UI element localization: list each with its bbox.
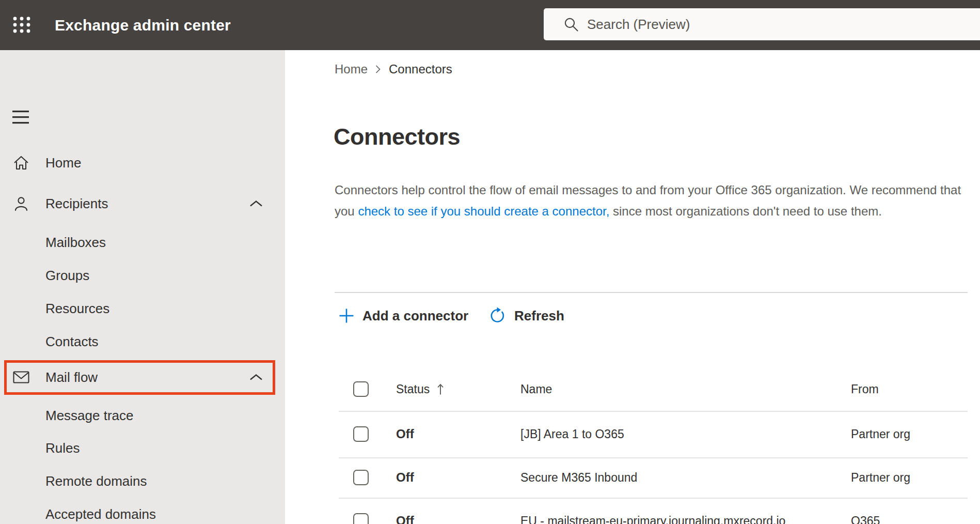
waffle-icon — [11, 14, 32, 35]
cell-name: Secure M365 Inbound — [520, 471, 637, 485]
sidebar-item-message-trace[interactable]: Message trace — [0, 399, 285, 432]
sidebar-item-label: Recipients — [45, 196, 108, 212]
cell-status: Off — [396, 427, 414, 441]
refresh-label: Refresh — [514, 308, 564, 324]
sort-ascending-icon — [436, 382, 445, 395]
sidebar-nav: Home Recipients Mailboxes Groups Resourc… — [0, 50, 285, 524]
sidebar-item-remote-domains[interactable]: Remote domains — [0, 465, 285, 498]
chevron-up-icon[interactable] — [249, 200, 263, 208]
table-header-row: Status Name From — [335, 367, 968, 411]
table-row[interactable]: Off Secure M365 Inbound Partner org — [335, 457, 968, 498]
annotation-box-mail-flow — [4, 360, 275, 395]
cell-from: Partner org — [851, 471, 910, 485]
nav-collapse-button[interactable] — [10, 108, 31, 128]
refresh-button[interactable]: Refresh — [488, 300, 564, 332]
main-content: Home Connectors Connectors Connectors he… — [285, 50, 980, 524]
sidebar-item-groups[interactable]: Groups — [0, 259, 285, 292]
cell-status: Off — [396, 470, 414, 485]
sidebar-item-recipients[interactable]: Recipients — [0, 187, 285, 220]
app-launcher-button[interactable] — [8, 13, 35, 37]
sidebar-item-home[interactable]: Home — [0, 146, 285, 179]
sidebar-item-label: Home — [45, 155, 81, 171]
sidebar-item-accepted-domains[interactable]: Accepted domains — [0, 498, 285, 524]
column-header-status[interactable]: Status — [396, 382, 445, 396]
row-checkbox[interactable] — [353, 470, 369, 485]
cell-from: Partner org — [851, 427, 910, 441]
sidebar-item-label: Contacts — [45, 334, 99, 350]
page-description: Connectors help control the flow of emai… — [335, 179, 975, 222]
row-checkbox[interactable] — [353, 426, 369, 442]
sidebar-item-resources[interactable]: Resources — [0, 292, 285, 325]
sidebar-item-label: Groups — [45, 268, 89, 284]
sidebar-item-label: Message trace — [45, 408, 134, 424]
search-input[interactable] — [587, 8, 969, 40]
page-title: Connectors — [334, 124, 460, 150]
cell-from: O365 — [851, 514, 880, 524]
breadcrumb: Home Connectors — [335, 62, 452, 76]
cell-name: [JB] Area 1 to O365 — [520, 427, 624, 441]
breadcrumb-current: Connectors — [389, 62, 452, 76]
search-icon — [563, 17, 579, 32]
column-header-name[interactable]: Name — [520, 382, 552, 396]
plus-icon — [339, 308, 354, 323]
sidebar-item-label: Resources — [45, 301, 109, 317]
app-title: Exchange admin center — [55, 0, 231, 50]
select-all-checkbox[interactable] — [353, 381, 369, 397]
cell-status: Off — [396, 514, 414, 524]
hamburger-icon — [12, 110, 29, 125]
chevron-right-icon — [375, 65, 381, 74]
sidebar-item-mailboxes[interactable]: Mailboxes — [0, 226, 285, 259]
table-row[interactable]: Off [JB] Area 1 to O365 Partner org — [335, 411, 968, 457]
add-connector-label: Add a connector — [362, 308, 468, 324]
cell-name: EU - mailstream-eu-primary.journaling.mx… — [520, 514, 785, 524]
column-header-from[interactable]: From — [851, 382, 879, 396]
table-row[interactable]: Off EU - mailstream-eu-primary.journalin… — [335, 498, 968, 524]
sidebar-item-contacts[interactable]: Contacts — [0, 325, 285, 358]
topbar: Exchange admin center — [0, 0, 980, 50]
description-text-post: since most organizations don't need to u… — [609, 204, 882, 218]
refresh-icon — [488, 307, 506, 325]
exchange-admin-center-window: Exchange admin center Home — [0, 0, 980, 524]
create-connector-check-link[interactable]: check to see if you should create a conn… — [358, 204, 609, 218]
sidebar-item-label: Remote domains — [45, 473, 147, 489]
column-header-status-label: Status — [396, 382, 430, 396]
sidebar-item-label: Accepted domains — [45, 506, 156, 522]
sidebar-item-rules[interactable]: Rules — [0, 431, 285, 465]
person-icon — [12, 195, 30, 212]
home-icon — [12, 154, 30, 172]
add-connector-button[interactable]: Add a connector — [339, 300, 468, 332]
toolbar-divider — [335, 292, 968, 293]
search-box[interactable] — [544, 8, 980, 40]
sidebar-item-label: Mailboxes — [45, 235, 106, 251]
row-checkbox[interactable] — [353, 513, 369, 524]
breadcrumb-home-link[interactable]: Home — [335, 62, 368, 76]
sidebar-item-label: Rules — [45, 440, 80, 456]
